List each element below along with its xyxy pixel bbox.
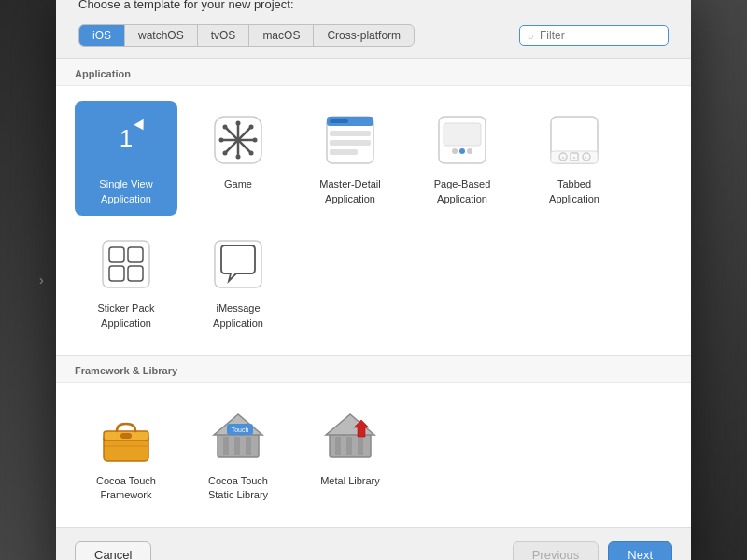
svg-point-30: [562, 157, 564, 159]
svg-point-6: [236, 155, 241, 160]
template-metal-library[interactable]: Metal Library: [299, 398, 402, 512]
cocoa-touch-framework-icon: [96, 407, 156, 467]
svg-rect-54: [358, 437, 363, 455]
svg-point-32: [585, 157, 586, 159]
template-tabbed[interactable]: TabbedApplication: [523, 101, 626, 216]
tabbed-label: TabbedApplication: [549, 177, 599, 206]
master-detail-label: Master-DetailApplication: [319, 177, 380, 206]
svg-rect-34: [109, 247, 124, 262]
dialog-body: Application 1 Single ViewApplication: [56, 58, 691, 526]
tab-macos[interactable]: macOS: [249, 25, 314, 46]
cocoa-touch-static-icon: Touch: [208, 407, 268, 467]
svg-point-21: [452, 148, 458, 154]
template-master-detail[interactable]: Master-DetailApplication: [299, 101, 402, 216]
single-view-icon: 1: [96, 110, 156, 170]
next-button[interactable]: Next: [608, 541, 672, 560]
game-icon: [208, 110, 268, 170]
page-based-icon: [432, 110, 492, 170]
resize-handle[interactable]: ›: [39, 273, 44, 287]
section-application-label: Application: [56, 59, 691, 86]
svg-rect-18: [330, 140, 371, 146]
tabs-row: iOS watchOS tvOS macOS Cross-platform ⌕: [78, 24, 669, 47]
game-label: Game: [224, 177, 252, 191]
filter-icon: ⌕: [528, 30, 534, 41]
template-dialog: Choose a template for your new project: …: [56, 0, 691, 560]
cocoa-touch-framework-label: Cocoa TouchFramework: [96, 474, 156, 503]
single-view-label: Single ViewApplication: [99, 177, 152, 206]
filter-input[interactable]: [540, 29, 660, 42]
metal-library-icon: [320, 407, 380, 467]
footer-right: Previous Next: [513, 541, 672, 560]
tabbed-icon: [544, 110, 604, 170]
template-cocoa-touch-framework[interactable]: Cocoa TouchFramework: [75, 398, 177, 512]
master-detail-icon: [320, 110, 380, 170]
template-page-based[interactable]: Page-BasedApplication: [411, 101, 514, 216]
tab-tvos[interactable]: tvOS: [198, 25, 250, 46]
imessage-icon: [208, 234, 268, 294]
svg-rect-19: [330, 149, 358, 155]
cancel-button[interactable]: Cancel: [75, 541, 151, 560]
dialog-title: Choose a template for your new project:: [78, 0, 669, 11]
svg-rect-47: [246, 437, 251, 455]
template-sticker-pack[interactable]: Sticker PackApplication: [75, 225, 177, 340]
svg-point-31: [573, 157, 575, 159]
dialog-header: Choose a template for your new project: …: [56, 0, 691, 58]
svg-rect-17: [330, 131, 371, 136]
metal-library-label: Metal Library: [320, 474, 380, 488]
framework-grid: Cocoa TouchFramework: [56, 383, 691, 527]
sticker-pack-label: Sticker PackApplication: [97, 301, 154, 330]
svg-rect-53: [346, 437, 352, 455]
svg-point-13: [235, 137, 241, 143]
application-grid: 1 Single ViewApplication: [56, 86, 691, 355]
filter-wrap: ⌕: [519, 25, 669, 46]
svg-point-7: [219, 138, 224, 143]
svg-marker-51: [326, 414, 374, 435]
svg-point-10: [249, 151, 254, 156]
framework-section: Framework & Library: [56, 355, 691, 527]
svg-rect-36: [109, 266, 124, 281]
svg-rect-41: [120, 433, 132, 439]
template-single-view[interactable]: 1 Single ViewApplication: [75, 101, 177, 216]
svg-rect-35: [128, 247, 143, 262]
svg-point-11: [249, 125, 254, 130]
template-cocoa-touch-static[interactable]: Touch Cocoa TouchStatic Library: [187, 398, 289, 512]
svg-text:Touch: Touch: [232, 427, 249, 433]
tab-cross-platform[interactable]: Cross-platform: [314, 25, 414, 46]
svg-rect-46: [234, 437, 240, 455]
template-game[interactable]: Game: [187, 101, 289, 216]
svg-rect-37: [128, 266, 143, 281]
svg-rect-16: [330, 119, 348, 123]
svg-point-23: [467, 148, 472, 154]
svg-point-9: [223, 125, 228, 130]
platform-tabs: iOS watchOS tvOS macOS Cross-platform: [78, 24, 415, 47]
svg-point-5: [236, 121, 241, 126]
cocoa-touch-static-label: Cocoa TouchStatic Library: [208, 474, 268, 503]
template-imessage[interactable]: iMessageApplication: [187, 225, 289, 340]
page-based-label: Page-BasedApplication: [434, 177, 491, 206]
sticker-pack-icon: [96, 234, 156, 294]
imessage-label: iMessageApplication: [213, 301, 263, 330]
previous-button[interactable]: Previous: [513, 541, 599, 560]
dialog-footer: Cancel Previous Next: [56, 527, 691, 560]
section-framework-label: Framework & Library: [56, 356, 691, 383]
svg-point-12: [223, 151, 228, 156]
svg-point-8: [253, 138, 258, 143]
tab-ios[interactable]: iOS: [79, 25, 125, 46]
tab-watchos[interactable]: watchOS: [125, 25, 198, 46]
svg-rect-45: [223, 437, 229, 455]
svg-rect-52: [335, 437, 341, 455]
svg-point-22: [459, 148, 465, 154]
svg-rect-24: [444, 123, 481, 146]
